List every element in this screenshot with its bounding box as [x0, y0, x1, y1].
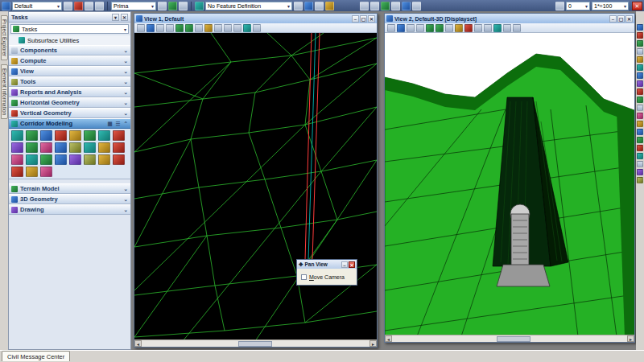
corridor-tool-icon[interactable]: [40, 167, 52, 177]
section-terrain-model[interactable]: Terrain Model ⌄: [9, 183, 130, 194]
copy-view-icon[interactable]: [493, 24, 502, 32]
corridor-tool-icon[interactable]: [84, 154, 96, 165]
corridor-tool-icon[interactable]: [40, 142, 52, 153]
markup-icon[interactable]: [412, 2, 421, 10]
close-icon[interactable]: ✕: [625, 15, 633, 23]
raster-icon[interactable]: [402, 2, 411, 10]
section-tools[interactable]: Tools ⌄: [9, 76, 130, 87]
tab-project-explorer[interactable]: Project Explorer: [1, 15, 8, 60]
active-scale-combo[interactable]: 1*=100 ▾: [592, 2, 629, 10]
right-tool-icon[interactable]: [637, 56, 643, 63]
panel-close-icon[interactable]: ✕: [121, 14, 128, 21]
color-picker-icon[interactable]: [74, 2, 83, 10]
civil-message-center-tab[interactable]: Civil Message Center: [2, 351, 70, 361]
update-view-icon[interactable]: [166, 24, 174, 32]
minimize-icon[interactable]: –: [609, 15, 617, 23]
corridor-tool-icon[interactable]: [84, 142, 96, 153]
models-icon[interactable]: [381, 2, 390, 10]
level-manager-icon[interactable]: [64, 2, 72, 10]
match-feature-icon[interactable]: [294, 2, 303, 10]
view-attributes-icon[interactable]: [387, 24, 395, 32]
scroll-right-icon[interactable]: ►: [627, 335, 634, 342]
right-tool-icon[interactable]: [637, 177, 643, 183]
corridor-tool-icon[interactable]: [11, 142, 23, 153]
prima-combo[interactable]: Prima ▾: [111, 2, 156, 10]
corridor-tool-icon[interactable]: [113, 154, 125, 165]
right-tool-icon[interactable]: [637, 105, 643, 111]
right-tool-icon[interactable]: [637, 24, 643, 31]
corridor-tool-icon[interactable]: [69, 130, 81, 141]
panel-dropdown-icon[interactable]: ▾: [112, 14, 119, 21]
view1-titlebar[interactable]: View 1, Default – ▢ ✕: [134, 14, 377, 23]
design-standards-icon[interactable]: [325, 2, 334, 10]
view-next-icon[interactable]: [233, 24, 242, 32]
corridor-tool-icon[interactable]: [11, 130, 23, 141]
class-icon[interactable]: [179, 2, 188, 10]
scroll-left-icon[interactable]: ◄: [134, 340, 142, 347]
priority-icon[interactable]: [168, 2, 177, 10]
view2-canvas[interactable]: [385, 33, 634, 335]
pan-view-icon[interactable]: [214, 24, 222, 32]
right-tool-icon[interactable]: [637, 72, 643, 79]
move-camera-checkbox[interactable]: [301, 274, 307, 280]
corridor-tool-icon[interactable]: [69, 154, 81, 165]
rotate-view-icon[interactable]: [204, 24, 213, 32]
right-tool-icon[interactable]: [637, 169, 643, 175]
references-icon[interactable]: [391, 2, 400, 10]
corridor-tool-icon[interactable]: [26, 154, 38, 165]
view1-canvas[interactable]: A: [134, 33, 377, 339]
corridor-tool-icon[interactable]: [113, 142, 125, 153]
corridor-tool-icon[interactable]: [55, 142, 67, 153]
rotate-view-icon[interactable]: [455, 24, 463, 32]
scroll-thumb[interactable]: [497, 336, 530, 342]
display-style-icon[interactable]: [397, 24, 405, 32]
right-tool-icon[interactable]: [637, 48, 643, 55]
grid-view-icon[interactable]: ▦: [108, 121, 113, 127]
view-previous-icon[interactable]: [224, 24, 232, 32]
fit-view-icon[interactable]: [445, 24, 453, 32]
fly-icon[interactable]: [484, 24, 492, 32]
persist-snap-icon[interactable]: [304, 2, 313, 10]
section-corridor-modeling[interactable]: Corridor Modeling ▦ ☰ ⌃: [9, 118, 130, 129]
right-tool-icon[interactable]: [637, 113, 643, 119]
adjust-brightness-icon[interactable]: [156, 24, 164, 32]
right-tool-icon[interactable]: [637, 129, 643, 135]
corridor-tool-icon[interactable]: [55, 154, 67, 165]
section-compute[interactable]: Compute ⌄: [9, 56, 130, 66]
display-style-icon[interactable]: [147, 24, 155, 32]
right-tool-icon[interactable]: [637, 88, 643, 95]
fit-view-icon[interactable]: [195, 24, 203, 32]
maximize-icon[interactable]: ▢: [360, 15, 367, 23]
right-tool-icon[interactable]: [637, 40, 643, 47]
corridor-tool-icon[interactable]: [26, 142, 38, 153]
right-tool-icon[interactable]: [637, 121, 643, 127]
corridor-tool-icon[interactable]: [55, 130, 67, 141]
tasks-panel-titlebar[interactable]: Tasks ▾ ✕: [9, 12, 130, 23]
corridor-tool-icon[interactable]: [98, 130, 110, 141]
view-menu-icon[interactable]: [136, 15, 142, 22]
right-tool-icon[interactable]: [637, 32, 643, 39]
right-tool-icon[interactable]: [637, 153, 643, 159]
right-tool-icon[interactable]: [637, 145, 643, 151]
workflow-item-subsurface-utilities[interactable]: Subsurface Utilities: [9, 35, 130, 45]
adjust-brightness-icon[interactable]: [407, 24, 415, 32]
fence-icon[interactable]: [360, 2, 369, 10]
close-toolbar-button[interactable]: ✕: [632, 2, 642, 10]
clip-volume-icon[interactable]: [253, 24, 261, 32]
zoom-out-icon[interactable]: [436, 24, 444, 32]
maximize-icon[interactable]: ▢: [617, 15, 625, 23]
transparency-icon[interactable]: [158, 2, 167, 10]
zoom-out-icon[interactable]: [185, 24, 193, 32]
corridor-tool-icon[interactable]: [26, 167, 38, 177]
corridor-tool-icon[interactable]: [98, 142, 110, 153]
corridor-tool-icon[interactable]: [84, 130, 96, 141]
close-icon[interactable]: ✕: [368, 15, 375, 23]
selection-icon[interactable]: [370, 2, 379, 10]
right-tool-icon[interactable]: [637, 97, 643, 103]
list-view-icon[interactable]: ☰: [116, 121, 121, 127]
right-tool-icon[interactable]: [637, 137, 643, 143]
right-tool-icon[interactable]: [637, 64, 643, 71]
feature-definition-combo[interactable]: No Feature Definition ▾: [205, 2, 292, 10]
section-view[interactable]: View ⌄: [9, 66, 130, 76]
clip-mask-icon[interactable]: [513, 24, 521, 32]
